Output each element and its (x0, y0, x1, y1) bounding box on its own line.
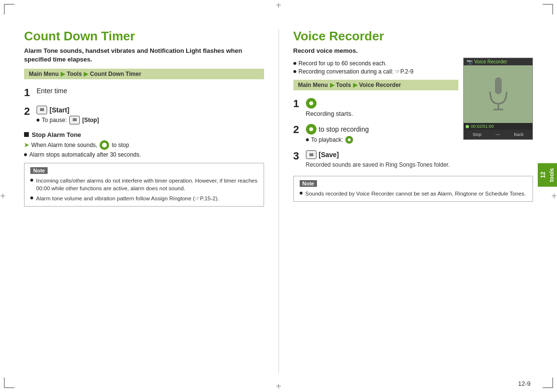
corner-mark-tr (543, 4, 553, 14)
vr-note-text: Sounds recorded by Voice Recorder cannot… (305, 190, 526, 197)
vr-menu-main: Main Menu (298, 82, 328, 88)
menu-cdt: Count Down Timer (90, 71, 141, 77)
vr-note-item-1: Sounds recorded by Voice Recorder cannot… (300, 190, 527, 197)
info-bullet-2: Recording conversation during a call: ☞P… (293, 68, 459, 75)
right-menu-bar: Main Menu ▶ Tools ▶ Voice Recorder (293, 80, 459, 90)
info-dot-1 (293, 62, 296, 65)
vr-step-3-num: 3 (293, 150, 302, 162)
black-square-icon (24, 132, 29, 137)
left-note-item-1: Incoming calls/other alarms do not inter… (30, 177, 258, 192)
phone-preview: 📷 Voice Recorder 00:02/01:00 Stop — Back (463, 58, 533, 140)
page-number: 12-9 (518, 380, 531, 387)
info-text-2: Recording conversation during a call: ☞P… (299, 68, 414, 75)
right-column: 📷 Voice Recorder 00:02/01:00 Stop — Back (279, 29, 533, 373)
vr-bullet-playback (306, 138, 309, 141)
vr-step-2-main: to stop recording (306, 124, 459, 135)
stop-alarm-item-2: Alarm stops automatically after 30 secon… (24, 151, 264, 158)
phone-title-bar: 📷 Voice Recorder (464, 58, 532, 65)
vr-step-2-text: to stop recording (319, 125, 369, 133)
stop-label: [Stop] (82, 117, 99, 123)
record-icon-2 (306, 124, 316, 135)
phone-buttons-bar: Stop — Back (464, 130, 532, 139)
left-note-text-1: Incoming calls/other alarms do not inter… (36, 177, 258, 192)
step-2-content: ✉ [Start] To pause: ✉ [Stop] (37, 106, 264, 124)
step-2: 2 ✉ [Start] To pause: ✉ [Stop] (24, 106, 264, 124)
vr-menu-tools: Tools (336, 82, 351, 88)
vr-menu-vr: Voice Recorder (359, 82, 401, 88)
phone-status-bar: 00:02/01:00 (464, 123, 532, 130)
vr-arrow-2: ▶ (353, 82, 357, 88)
vr-step-1-text: Recording starts. (306, 110, 459, 117)
note-bullet-2 (30, 196, 33, 199)
left-note-item-2: Alarm tone volume and vibration pattern … (30, 195, 258, 202)
svg-rect-0 (495, 77, 502, 94)
start-btn-icon: ✉ (37, 106, 47, 114)
left-note-label: Note (30, 167, 48, 174)
phone-status-text: 00:02/01:00 (471, 124, 494, 129)
left-column: Count Down Timer Alarm Tone sounds, hand… (24, 29, 279, 373)
vr-step-1-content: Recording starts. (306, 98, 459, 117)
step-1-text: Enter time (37, 87, 67, 95)
page-content: Count Down Timer Alarm Tone sounds, hand… (24, 29, 533, 373)
step-2-num: 2 (24, 106, 33, 117)
stop-alarm-section: Stop Alarm Tone ➤ When Alarm tone sounds… (24, 131, 264, 158)
right-title: Voice Recorder (293, 29, 459, 44)
left-menu-bar: Main Menu ▶ Tools ▶ Count Down Timer (24, 69, 264, 79)
step-1-content: Enter time (37, 87, 264, 95)
vr-note-label: Note (300, 180, 317, 187)
bullet-dot-pause (37, 119, 39, 122)
right-cross (551, 191, 557, 202)
vr-step-2-sub: To playback: (306, 136, 459, 144)
step-1-num: 1 (24, 87, 33, 98)
chapter-label: tools (548, 168, 555, 182)
vr-step-3-main: ✉ [Save] (306, 150, 459, 159)
menu-main: Main Menu (29, 71, 59, 77)
stop-alarm-title: Stop Alarm Tone (24, 131, 264, 138)
vr-step-1: 1 Recording starts. (293, 98, 459, 117)
note-bullet-1 (30, 179, 33, 182)
info-dot-2 (293, 70, 296, 73)
phone-dash-btn: — (494, 131, 502, 138)
vr-playback-text: To playback: (311, 136, 343, 143)
vr-step-3-content: ✉ [Save] Recorded sounds are saved in Ri… (306, 150, 459, 169)
arrow-2: ▶ (84, 71, 88, 77)
vr-step-2-num: 2 (293, 124, 302, 135)
step-2-main: ✉ [Start] (37, 106, 264, 114)
save-btn-icon: ✉ (306, 150, 316, 159)
corner-mark-tl (4, 4, 14, 14)
rec-indicator (466, 125, 469, 128)
step-1-main: Enter time (37, 87, 264, 95)
corner-mark-br (543, 378, 553, 388)
stop-alarm-label: Stop Alarm Tone (32, 131, 81, 138)
vr-step-3-detail: Recorded sounds are saved in Ring Songs·… (306, 161, 459, 169)
chapter-number: 12 (540, 172, 546, 178)
step-2-text: [Start] (50, 106, 69, 114)
stop-alarm-item-1: ➤ When Alarm tone sounds, to stop (24, 140, 264, 150)
step-2-sub: To pause: ✉ [Stop] (37, 116, 264, 124)
chapter-tab: 12 tools (538, 163, 557, 187)
vr-note-bullet (300, 192, 303, 195)
corner-mark-bl (4, 378, 14, 388)
bullet-dot-auto (24, 153, 27, 156)
stop-btn-icon: ✉ (69, 116, 80, 124)
phone-title-text: Voice Recorder (474, 59, 507, 64)
stop-alarm-text-1: When Alarm tone sounds, (31, 142, 97, 148)
left-subtitle: Alarm Tone sounds, handset vibrates and … (24, 47, 264, 64)
phone-stop-btn: Stop (471, 131, 484, 138)
info-bullet-1: Record for up to 60 seconds each. (293, 60, 459, 67)
stop-alarm-auto-text: Alarm stops automatically after 30 secon… (29, 151, 141, 158)
playback-icon (345, 136, 353, 144)
vr-step-1-num: 1 (293, 98, 302, 110)
vr-step-2-content: to stop recording To playback: (306, 124, 459, 144)
left-note-box: Note Incoming calls/other alarms do not … (24, 163, 264, 207)
microphone-icon (486, 75, 510, 113)
left-note-text-2: Alarm tone volume and vibration pattern … (36, 195, 219, 202)
phone-back-btn: Back (512, 131, 525, 138)
vr-arrow-1: ▶ (330, 82, 334, 88)
left-title: Count Down Timer (24, 29, 264, 44)
vr-step-2: 2 to stop recording To playback: (293, 124, 459, 144)
info-bullets: Record for up to 60 seconds each. Record… (293, 60, 459, 75)
vr-step-3-text: [Save] (319, 151, 339, 159)
record-icon-1 (306, 98, 316, 109)
left-cross (0, 191, 6, 202)
